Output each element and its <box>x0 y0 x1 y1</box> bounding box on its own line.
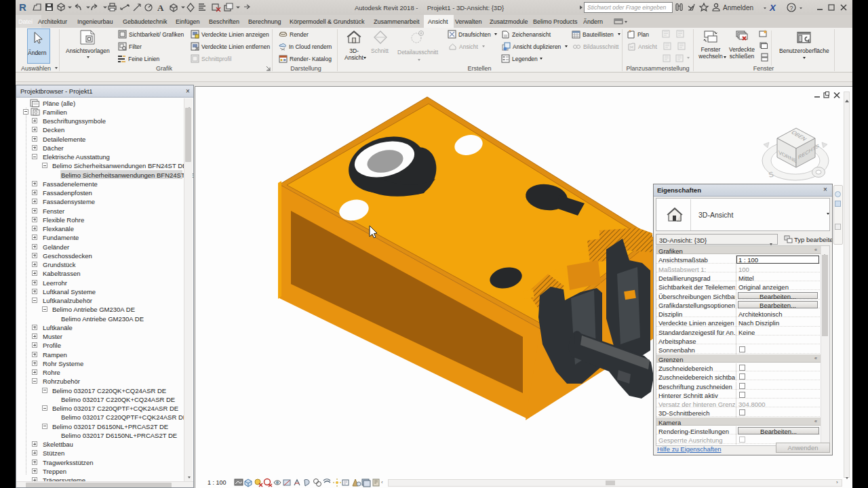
svg-text:?: ? <box>790 5 793 12</box>
svg-text:X: X <box>769 3 777 13</box>
svg-text:Anmelden: Anmelden <box>723 4 753 12</box>
svg-text:A: A <box>157 3 164 13</box>
